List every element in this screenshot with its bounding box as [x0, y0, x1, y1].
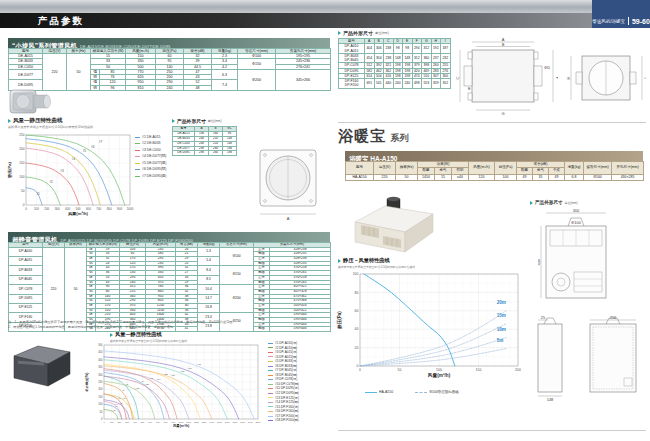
- svg-text:600: 600: [86, 207, 91, 211]
- cell: 6.8: [565, 174, 584, 180]
- cell: Φ150: [238, 59, 276, 69]
- dim-side-width: 148: [547, 397, 554, 402]
- cell: Φ200: [220, 285, 254, 313]
- cell: 10.4: [198, 285, 220, 294]
- svg-text:20m: 20m: [497, 300, 506, 305]
- dim-label-i: I: [643, 77, 646, 78]
- svg-text:0: 0: [359, 368, 361, 372]
- cell: 360: [422, 53, 432, 63]
- line-swatch: [135, 143, 140, 144]
- svg-text:350: 350: [98, 365, 103, 369]
- cell: 345×266: [276, 69, 331, 90]
- svg-text:1000: 1000: [179, 421, 185, 423]
- ha-dimension-back: 256: [584, 314, 642, 402]
- yubao-heading-main: 浴暖宝: [338, 127, 386, 144]
- right-bottom-divider: [338, 430, 646, 431]
- section-arrow-icon: [8, 119, 11, 123]
- svg-text:60: 60: [355, 309, 359, 313]
- cell: 238: [384, 53, 394, 63]
- ha-legend-main: HA-A150: [365, 390, 393, 394]
- svg-text:500: 500: [98, 343, 103, 347]
- cell: 240: [393, 79, 403, 89]
- ha-chart-legend: HA-A150 Φ100管道阻抗曲线: [365, 390, 459, 394]
- cell: 298: [195, 151, 209, 156]
- dim-label-c: C: [456, 76, 460, 79]
- svg-text:2000: 2000: [256, 421, 262, 423]
- svg-text:250: 250: [19, 133, 25, 137]
- cell: DE-D077: [9, 69, 43, 79]
- svg-text:1700: 1700: [232, 421, 238, 423]
- rdim-table: 型号ABCDEFGHIDP-A010DP-A015404306238989829…: [338, 38, 450, 89]
- line-swatch: [268, 347, 273, 348]
- yubao-heading-suffix: 系列: [390, 133, 408, 143]
- page-title: 产品参数: [0, 13, 650, 28]
- svg-text:#5: #5: [123, 397, 126, 400]
- line-swatch: [268, 402, 273, 403]
- dim-front-duct: Φ100: [571, 220, 582, 225]
- dim-label-b: B: [502, 42, 505, 47]
- svg-text:静压(Pa): 静压(Pa): [336, 311, 343, 330]
- cell: DP-F160DP-F200: [339, 79, 365, 89]
- cell: 100: [495, 174, 517, 180]
- svg-text:#18: #18: [188, 367, 193, 370]
- cell: 498: [412, 79, 422, 89]
- cell: 98: [403, 44, 413, 54]
- dp-chart-legend: #1 DP-A010(强)#2 DP-A010(弱)#3 DP-A015(强)#…: [268, 341, 299, 423]
- cell: 148: [403, 53, 413, 63]
- dim-label-g: G: [501, 111, 504, 116]
- tab-divider: [628, 17, 629, 25]
- svg-text:50: 50: [398, 368, 402, 372]
- de-spec-table: 型号电压(V)频率(Hz)额定输入总功率(W)风量(m³/h)静压(Pa)噪音(…: [8, 48, 330, 91]
- cell: 98: [393, 44, 403, 54]
- de-chart-header: 风量—静压特性曲线 曲线表示风管长度相当于横坐标×(-0.50)时的配管状态特性…: [8, 117, 168, 129]
- table-row: DP-A010DP-A0154043062389898294312192187: [339, 44, 451, 54]
- svg-text:#8: #8: [122, 389, 125, 392]
- cell: DP-E125: [9, 303, 43, 312]
- de-fan-photo: [8, 87, 54, 115]
- svg-text:100: 100: [110, 421, 114, 423]
- svg-text:1200: 1200: [194, 421, 200, 423]
- spec-table: 型号电压(V)频率(Hz)功率(W)风量(m³/h)静压(Pa)噪音(dB)净重…: [345, 161, 644, 181]
- col-header: 额定输入总功率(W): [91, 49, 126, 54]
- col-header: 接管尺寸(mm): [584, 162, 612, 175]
- cell: 691: [365, 79, 375, 89]
- svg-text:#3: #3: [60, 169, 64, 173]
- cell: 120: [469, 174, 495, 180]
- cell: 16.8: [198, 303, 220, 312]
- svg-text:500: 500: [141, 421, 145, 423]
- cell: 430×285: [612, 174, 644, 180]
- svg-text:#15: #15: [180, 370, 185, 373]
- cell: 8.4: [198, 266, 220, 275]
- solid-line-swatch: [365, 392, 377, 393]
- section-arrow-icon: [338, 31, 341, 35]
- svg-text:400: 400: [98, 358, 103, 362]
- cell: 352: [441, 79, 451, 89]
- cell: 541: [374, 79, 384, 89]
- dp-dimension-drawing-end: H I: [566, 48, 646, 110]
- line-swatch: [268, 397, 273, 398]
- cell: ≤40: [452, 174, 469, 180]
- svg-text:250: 250: [98, 380, 103, 384]
- line-swatch: [268, 356, 273, 357]
- svg-text:#17: #17: [197, 363, 202, 366]
- svg-text:200: 200: [118, 421, 122, 423]
- dp-spec-table: 型号电压(V)频率(Hz)额定输入总功率(W)静压(Pa)风量(m³/h)噪音(…: [8, 242, 330, 332]
- svg-text:100: 100: [98, 402, 103, 406]
- tab-category: 管道风机/浴暖宝: [592, 19, 625, 24]
- ha-legend-impedance: Φ100管道阻抗曲线: [415, 390, 459, 394]
- rdim-unit: 单位(mm): [375, 31, 389, 35]
- cell: 404: [365, 44, 375, 54]
- rdim-title: 产品外形尺寸: [343, 30, 373, 36]
- svg-text:300: 300: [125, 421, 129, 423]
- cell: 553: [422, 79, 432, 89]
- cell: 15: [435, 174, 452, 180]
- cell: 454: [365, 53, 375, 63]
- de-dim-title: 产品外形尺寸: [177, 118, 206, 124]
- legend-item: #18 DP-F200(弱): [268, 418, 299, 423]
- svg-text:100: 100: [353, 272, 359, 276]
- ha-legend-impedance-label: Φ100管道阻抗曲线: [429, 390, 459, 394]
- line-swatch: [268, 370, 273, 371]
- dp-chart-title: 风量—静压特性曲线: [115, 331, 162, 338]
- de-chart-legend: #1 DE-A015#2 DE-B033#3 DE-C050#4 DE-D077…: [135, 134, 166, 179]
- svg-text:450: 450: [98, 350, 103, 354]
